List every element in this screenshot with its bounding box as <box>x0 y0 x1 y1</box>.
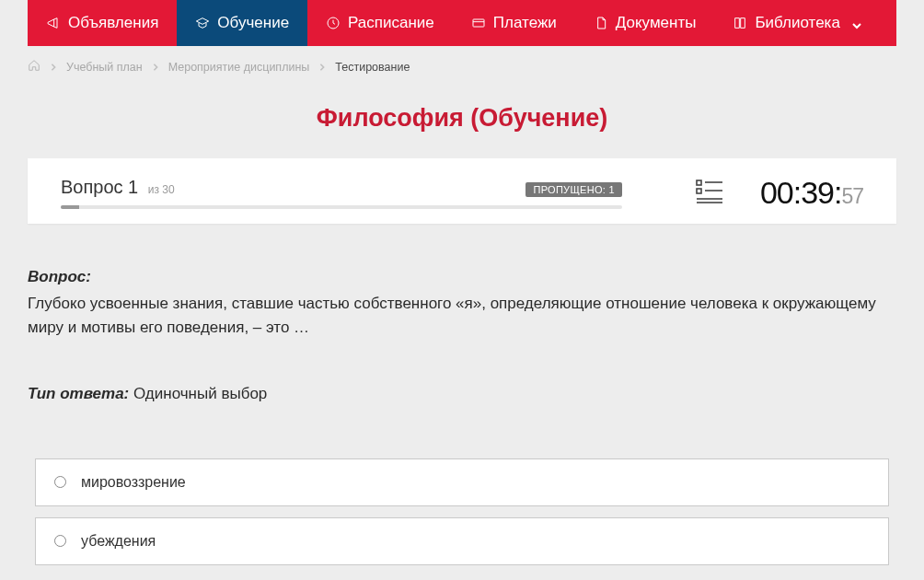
answer-type-label: Тип ответа: <box>28 385 129 402</box>
outer-scroll[interactable]: Объявления Обучение Расписание Платежи Д… <box>0 0 924 567</box>
nav-label: Расписание <box>348 14 434 32</box>
breadcrumb: Учебный план Мероприятие дисциплины Тест… <box>28 46 896 87</box>
svg-rect-3 <box>697 189 701 193</box>
nav-label: Объявления <box>68 14 158 32</box>
question-total: 30 <box>162 183 174 196</box>
page-title: Философия (Обучение) <box>28 104 896 133</box>
radio-icon[interactable] <box>54 476 66 488</box>
breadcrumb-current: Тестирование <box>335 61 410 74</box>
card-icon <box>471 16 486 30</box>
svg-rect-1 <box>473 19 484 27</box>
question-label: Вопрос: <box>28 268 896 286</box>
nav-library[interactable]: Библиотека <box>714 0 880 46</box>
nav-payments[interactable]: Платежи <box>453 0 575 46</box>
status-left: Вопрос 1 из 30 ПРОПУЩЕНО: 1 <box>61 177 622 209</box>
radio-icon[interactable] <box>54 535 66 547</box>
options-list: мировоззрение убеждения <box>28 458 896 567</box>
clock-icon <box>326 16 341 30</box>
question-number: 1 <box>128 177 138 197</box>
question-body: Вопрос: Глубоко усвоенные знания, ставши… <box>28 268 896 403</box>
graduation-icon <box>195 16 210 30</box>
home-icon[interactable] <box>28 59 40 75</box>
question-counter: Вопрос 1 из 30 <box>61 177 175 198</box>
question-text: Глубоко усвоенные знания, ставшие частью… <box>28 292 896 341</box>
progress-bar <box>61 205 622 209</box>
megaphone-icon <box>46 16 61 30</box>
answer-type-value: Одиночный выбор <box>133 385 267 402</box>
question-word: Вопрос <box>61 177 123 197</box>
nav-announcements[interactable]: Объявления <box>28 0 177 46</box>
timer-seconds: 57 <box>841 184 863 208</box>
document-icon <box>594 16 608 30</box>
option-label: мировоззрение <box>81 474 186 491</box>
main-navbar: Объявления Обучение Расписание Платежи Д… <box>28 0 896 46</box>
nav-label: Платежи <box>493 14 557 32</box>
timer: 00:39:57 <box>760 175 863 211</box>
svg-rect-2 <box>697 180 701 185</box>
progress-fill <box>61 205 79 209</box>
nav-label: Обучение <box>217 14 289 32</box>
nav-documents[interactable]: Документы <box>575 0 715 46</box>
question-list-icon[interactable] <box>696 180 723 207</box>
chevron-right-icon <box>318 61 326 74</box>
option-label: убеждения <box>81 533 156 550</box>
nav-label: Библиотека <box>755 14 839 32</box>
timer-main: 00:39: <box>760 175 842 210</box>
chevron-down-icon <box>851 17 862 29</box>
book-icon <box>733 16 747 30</box>
chevron-right-icon <box>152 61 159 74</box>
chevron-right-icon <box>50 61 57 74</box>
breadcrumb-link-event[interactable]: Мероприятие дисциплины <box>168 61 310 74</box>
nav-label: Документы <box>616 14 697 32</box>
nav-learning[interactable]: Обучение <box>177 0 307 46</box>
answer-type: Тип ответа: Одиночный выбор <box>28 385 896 403</box>
of-word: из <box>148 183 159 196</box>
nav-schedule[interactable]: Расписание <box>307 0 453 46</box>
inner-scroll[interactable]: Объявления Обучение Расписание Платежи Д… <box>0 0 924 567</box>
option-item[interactable]: убеждения <box>35 517 889 565</box>
breadcrumb-link-plan[interactable]: Учебный план <box>66 61 143 74</box>
skipped-badge: ПРОПУЩЕНО: 1 <box>526 182 621 197</box>
status-panel: Вопрос 1 из 30 ПРОПУЩЕНО: 1 00:39:57 <box>28 158 896 224</box>
option-item[interactable]: мировоззрение <box>35 458 889 506</box>
